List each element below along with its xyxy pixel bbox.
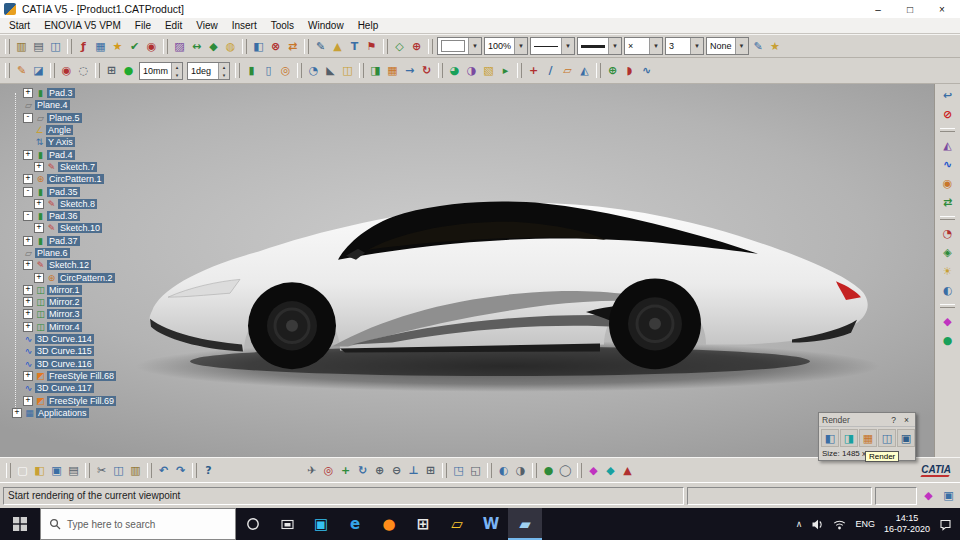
open-document-icon[interactable]: ◧ [31, 462, 48, 479]
maximize-button[interactable]: □ [896, 0, 924, 18]
menu-enovia-v5-vpm[interactable]: ENOVIA V5 VPM [37, 20, 128, 31]
shell-icon[interactable]: ◫ [339, 62, 356, 79]
shape-analysis-icon[interactable]: ◔ [939, 225, 956, 242]
tree-item-sketch-7[interactable]: +✎Sketch.7 [12, 161, 116, 173]
freestyle-surface-icon[interactable]: ◭ [939, 137, 956, 154]
tree-item-label[interactable]: Plane.6 [35, 248, 70, 258]
tree-item-label[interactable]: 3D Curve.117 [35, 383, 94, 393]
insert-light-icon[interactable]: ☀ [939, 263, 956, 280]
power-input-field[interactable] [875, 487, 917, 505]
tree-item-y-axis[interactable]: ⇅Y Axis [12, 136, 116, 148]
snap-angle-spinner[interactable]: ▴▾ [218, 63, 229, 79]
connection-status-icon[interactable]: ▣ [940, 487, 957, 504]
render-area-icon[interactable]: ◨ [840, 429, 858, 447]
toolbar-grip[interactable] [297, 63, 302, 78]
hidden-icons-chevron[interactable]: ∧ [796, 519, 803, 529]
tree-item-sketch-8[interactable]: +✎Sketch.8 [12, 198, 116, 210]
toolbar-grip[interactable] [383, 39, 388, 54]
3d-viewport[interactable]: +▮Pad.3▱Plane.4-▱Plane.5∠Angle⇅Y Axis+▮P… [0, 84, 934, 457]
tree-expander[interactable]: + [23, 260, 33, 270]
mass-properties-icon[interactable]: ◍ [222, 38, 239, 55]
toolbar-grip[interactable] [940, 304, 955, 308]
shaft-icon[interactable]: ◎ [277, 62, 294, 79]
text-note-icon[interactable]: T [346, 38, 363, 55]
point-icon[interactable]: + [525, 62, 542, 79]
toolbar-grip[interactable] [517, 63, 522, 78]
split-icon[interactable]: ◗ [621, 62, 638, 79]
tree-item-label[interactable]: Sketch.8 [58, 199, 97, 209]
undo-icon[interactable]: ↶ [155, 462, 172, 479]
render-style-icon[interactable]: ◑ [463, 62, 480, 79]
measure-between-icon[interactable]: ↔ [188, 38, 205, 55]
command-field[interactable] [687, 487, 872, 505]
toolbar-grip[interactable] [577, 463, 582, 478]
menu-start[interactable]: Start [2, 20, 37, 31]
grid-spacing-field[interactable]: 10mm ▴▾ [139, 62, 183, 80]
weld-feature-icon[interactable]: ▲ [329, 38, 346, 55]
render-save-icon[interactable]: ▣ [897, 429, 915, 447]
app-edge-button[interactable]: e [338, 508, 372, 540]
save-document-icon[interactable]: ▣ [48, 462, 65, 479]
menu-insert[interactable]: Insert [225, 20, 264, 31]
tree-expander[interactable]: + [34, 273, 44, 283]
tree-item-angle[interactable]: ∠Angle [12, 124, 116, 136]
close-button[interactable]: × [928, 0, 956, 18]
tree-item-label[interactable]: 3D Curve.116 [35, 359, 94, 369]
tree-item-label[interactable]: Pad.35 [47, 187, 80, 197]
toolbar-grip[interactable] [242, 39, 247, 54]
toolbar-grip[interactable] [304, 39, 309, 54]
tree-item-label[interactable]: Pad.36 [47, 211, 80, 221]
toolbar-grip[interactable] [532, 463, 537, 478]
render-single-shot-icon[interactable]: ◧ [821, 429, 839, 447]
tree-item-label[interactable]: Plane.5 [47, 113, 82, 123]
tree-item-pad-4[interactable]: +▮Pad.4 [12, 148, 116, 160]
tree-item-3d-curve-114[interactable]: ∿3D Curve.114 [12, 333, 116, 345]
flag-note-icon[interactable]: ⚑ [363, 38, 380, 55]
rotate-view-icon[interactable]: ↻ [354, 462, 371, 479]
car-model[interactable] [0, 84, 934, 457]
sticker-icon[interactable]: ▧ [480, 62, 497, 79]
knowledge-check-icon[interactable]: ✔ [126, 38, 143, 55]
instantiate-icon[interactable]: ◫ [47, 38, 64, 55]
app-firefox-button[interactable]: ● [372, 508, 406, 540]
tree-item-label[interactable]: Sketch.10 [58, 223, 102, 233]
menu-window[interactable]: Window [301, 20, 351, 31]
create-multi-view-icon[interactable]: ⊞ [422, 462, 439, 479]
compass-icon[interactable]: ◈ [939, 244, 956, 261]
chamfer-icon[interactable]: ◣ [322, 62, 339, 79]
chevron-down-icon[interactable]: ▼ [649, 38, 662, 54]
tree-item-pad-36[interactable]: -▮Pad.36 [12, 210, 116, 222]
tree-item-mirror-2[interactable]: +◫Mirror.2 [12, 296, 116, 308]
tree-item-3d-curve-115[interactable]: ∿3D Curve.115 [12, 345, 116, 357]
tree-item-pad-37[interactable]: +▮Pad.37 [12, 235, 116, 247]
annotation-icon[interactable]: ✎ [312, 38, 329, 55]
camera-icon[interactable]: ◐ [939, 282, 956, 299]
toolbar-grip[interactable] [85, 463, 90, 478]
tree-item-label[interactable]: Y Axis [46, 137, 75, 147]
graphic-painter-icon[interactable]: ✎ [750, 38, 767, 55]
toolbar-grip[interactable] [6, 463, 11, 478]
tree-item-freestyle-fill-68[interactable]: +◩FreeStyle Fill.68 [12, 370, 116, 382]
sketcher-icon[interactable]: ✎ [13, 62, 30, 79]
match-surface-icon[interactable]: ⇄ [939, 194, 956, 211]
render-dialog-help-button[interactable]: ? [888, 415, 899, 425]
tree-item-plane-5[interactable]: -▱Plane.5 [12, 112, 116, 124]
tree-item-label[interactable]: CircPattern.1 [47, 174, 104, 184]
toolbar-grip[interactable] [67, 39, 72, 54]
constraint-icon[interactable]: ◇ [391, 38, 408, 55]
license-status-icon[interactable]: ◆ [920, 487, 937, 504]
tree-item-circpattern-1[interactable]: +⊛CircPattern.1 [12, 173, 116, 185]
tree-item-3d-curve-117[interactable]: ∿3D Curve.117 [12, 382, 116, 394]
app-word-button[interactable]: W [474, 508, 508, 540]
tree-item-3d-curve-116[interactable]: ∿3D Curve.116 [12, 358, 116, 370]
tree-expander[interactable]: + [34, 199, 44, 209]
task-view-button[interactable] [270, 508, 304, 540]
toolbar-grip[interactable] [596, 63, 601, 78]
tree-item-mirror-3[interactable]: +◫Mirror.3 [12, 308, 116, 320]
tree-item-label[interactable]: CircPattern.2 [58, 273, 115, 283]
extrude-icon[interactable]: ◭ [576, 62, 593, 79]
network-icon[interactable] [833, 518, 846, 531]
chevron-down-icon[interactable]: ▼ [561, 38, 574, 54]
tree-item-label[interactable]: FreeStyle Fill.69 [47, 396, 116, 406]
tree-item-label[interactable]: Pad.3 [47, 88, 75, 98]
